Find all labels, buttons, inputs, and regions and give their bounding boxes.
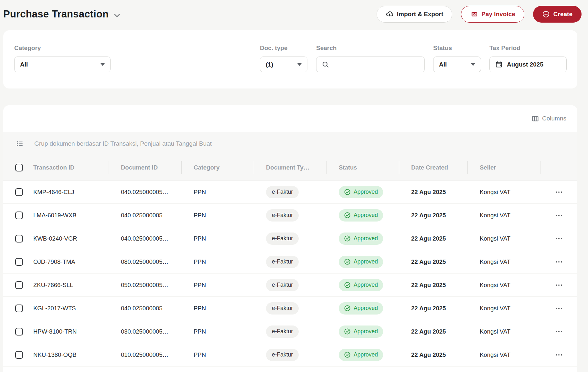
tax-period-picker[interactable]: August 2025 xyxy=(489,57,567,72)
row-actions-button[interactable] xyxy=(540,307,577,309)
topbar-actions: Import & Export Pay Invoice Create xyxy=(377,6,582,23)
create-button[interactable]: Create xyxy=(533,6,582,23)
create-label: Create xyxy=(553,11,572,18)
ellipsis-icon xyxy=(555,284,562,286)
document-id-cell: 010.025000005… xyxy=(109,351,181,358)
date-created-cell: 22 Agu 2025 xyxy=(399,351,467,358)
check-circle-icon xyxy=(344,189,351,195)
pay-invoice-label: Pay Invoice xyxy=(481,11,515,18)
ellipsis-icon xyxy=(555,238,562,240)
group-hint-text: Grup dokumen berdasar ID Transaksi, Penj… xyxy=(34,140,212,147)
table-row[interactable]: ZKU-7666-SLL 050.025000005… PPN e-Faktur… xyxy=(3,274,577,297)
table-row[interactable]: LMA-6019-WXB 040.025000005… PPN e-Faktur… xyxy=(3,204,577,227)
date-created-cell: 22 Agu 2025 xyxy=(399,235,467,242)
plus-circle-icon xyxy=(542,10,550,18)
document-type-cell: e-Faktur xyxy=(254,279,326,291)
status-badge: Approved xyxy=(339,186,383,198)
row-actions-button[interactable] xyxy=(540,331,577,333)
ellipsis-icon xyxy=(555,307,562,309)
table-row[interactable]: NKU-1380-OQB 010.025000005… PPN e-Faktur… xyxy=(3,343,577,367)
date-created-cell: 22 Agu 2025 xyxy=(399,189,467,196)
document-type-cell: e-Faktur xyxy=(254,209,326,222)
status-cell: Approved xyxy=(326,326,399,338)
select-all-checkbox[interactable] xyxy=(15,164,23,171)
row-checkbox[interactable] xyxy=(15,212,23,219)
status-badge: Approved xyxy=(339,232,383,245)
row-checkbox[interactable] xyxy=(15,235,23,243)
transaction-id-cell: KGL-2017-WTS xyxy=(30,305,109,312)
document-type-badge: e-Faktur xyxy=(266,279,299,291)
table-row[interactable]: KMP-4646-CLJ 040.025000005… PPN e-Faktur… xyxy=(3,181,577,204)
status-badge-label: Approved xyxy=(354,328,378,335)
row-actions-button[interactable] xyxy=(540,238,577,240)
table-row[interactable]: HPW-8100-TRN 030.025000005… PPN e-Faktur… xyxy=(3,320,577,343)
category-cell: PPN xyxy=(181,258,254,265)
header-category[interactable]: Category xyxy=(181,160,254,175)
date-created-cell: 22 Agu 2025 xyxy=(399,328,467,335)
header-date-created[interactable]: Date Created xyxy=(399,160,467,175)
status-badge: Approved xyxy=(339,279,383,291)
category-cell: PPN xyxy=(181,189,254,196)
status-cell: Approved xyxy=(326,209,399,222)
top-bar: Purchase Transaction Import & Export Pay xyxy=(0,0,588,24)
header-actions xyxy=(540,160,577,175)
document-id-cell: 040.025000005… xyxy=(109,305,181,312)
header-document-type[interactable]: Document Ty… xyxy=(254,160,326,175)
category-label: Category xyxy=(14,45,111,52)
date-created-cell: 22 Agu 2025 xyxy=(399,212,467,219)
document-type-badge: e-Faktur xyxy=(266,349,299,361)
table-header-row: Transaction ID Document ID Category Docu… xyxy=(3,155,577,181)
document-type-badge: e-Faktur xyxy=(266,256,299,268)
tax-period-value: August 2025 xyxy=(507,61,543,68)
status-cell: Approved xyxy=(326,256,399,268)
columns-button[interactable]: Columns xyxy=(532,115,566,122)
seller-cell: Kongsi VAT xyxy=(467,351,540,358)
document-type-cell: e-Faktur xyxy=(254,256,326,268)
chevron-down-icon[interactable] xyxy=(114,13,120,18)
doc-type-select[interactable]: (1) xyxy=(260,57,307,72)
date-created-cell: 22 Agu 2025 xyxy=(399,258,467,265)
import-export-label: Import & Export xyxy=(397,11,444,18)
header-seller[interactable]: Seller xyxy=(467,160,540,175)
status-select[interactable]: All xyxy=(433,57,481,72)
date-created-cell: 22 Agu 2025 xyxy=(399,305,467,312)
row-actions-button[interactable] xyxy=(540,214,577,216)
transaction-id-cell: OJD-7908-TMA xyxy=(30,258,109,265)
header-document-id[interactable]: Document ID xyxy=(109,160,181,175)
search-label: Search xyxy=(316,45,425,52)
row-actions-button[interactable] xyxy=(540,191,577,193)
row-checkbox[interactable] xyxy=(15,351,23,359)
tax-period-label: Tax Period xyxy=(489,45,567,52)
table-card: Columns Grup dokumen berdasar ID Transak… xyxy=(3,105,577,372)
pay-invoice-button[interactable]: Pay Invoice xyxy=(461,6,524,23)
row-checkbox[interactable] xyxy=(15,281,23,289)
row-actions-button[interactable] xyxy=(540,354,577,356)
row-actions-button[interactable] xyxy=(540,261,577,263)
table-row[interactable]: KGL-2017-WTS 040.025000005… PPN e-Faktur… xyxy=(3,297,577,320)
document-type-badge: e-Faktur xyxy=(266,302,299,315)
ellipsis-icon xyxy=(555,261,562,263)
table-row[interactable]: OJD-7908-TMA 080.025000005… PPN e-Faktur… xyxy=(3,250,577,274)
seller-cell: Kongsi VAT xyxy=(467,189,540,196)
row-checkbox[interactable] xyxy=(15,305,23,312)
search-input[interactable] xyxy=(333,61,419,68)
category-select[interactable]: All xyxy=(14,57,111,72)
page-title: Purchase Transaction xyxy=(3,8,109,20)
filter-category: Category All xyxy=(14,45,111,72)
group-by-bar[interactable]: Grup dokumen berdasar ID Transaksi, Penj… xyxy=(3,132,577,155)
row-checkbox[interactable] xyxy=(15,188,23,196)
header-transaction-id[interactable]: Transaction ID xyxy=(30,160,109,175)
check-circle-icon xyxy=(344,328,351,335)
document-id-cell: 040.025000005… xyxy=(109,212,181,219)
header-status[interactable]: Status xyxy=(326,160,399,175)
document-id-cell: 080.025000005… xyxy=(109,258,181,265)
import-export-button[interactable]: Import & Export xyxy=(377,6,453,23)
filter-tax-period: Tax Period August 2025 xyxy=(489,45,567,72)
row-actions-button[interactable] xyxy=(540,284,577,286)
table-row[interactable]: KWB-0240-VGR 040.025000005… PPN e-Faktur… xyxy=(3,227,577,250)
row-checkbox[interactable] xyxy=(15,328,23,336)
transaction-id-cell: HPW-8100-TRN xyxy=(30,328,109,335)
row-checkbox[interactable] xyxy=(15,258,23,266)
category-cell: PPN xyxy=(181,235,254,242)
check-circle-icon xyxy=(344,305,351,312)
